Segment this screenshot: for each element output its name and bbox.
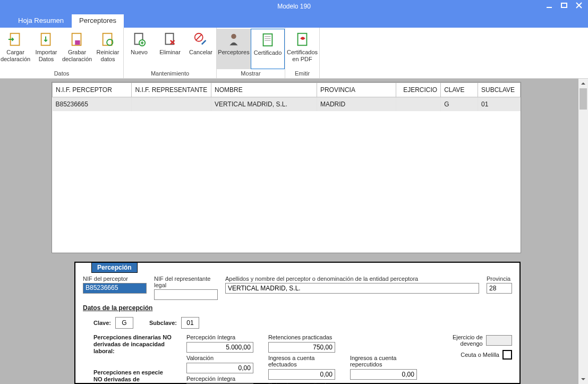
ribbon-group-emitir: Certificados en PDF Emitir (285, 28, 320, 78)
document-arrow-icon (38, 31, 55, 48)
cell-nifr (132, 97, 211, 112)
col-subclave[interactable]: SUBCLAVE (478, 83, 520, 97)
tab-perceptores[interactable]: Perceptores (71, 14, 124, 28)
scroll-up-button[interactable] (578, 79, 588, 88)
grabar-declaracion-button[interactable]: Grabar declaración (62, 29, 92, 69)
provincia-field[interactable] (487, 283, 512, 294)
work-area: N.I.F. PERCEPTOR N.I.F. REPRESENTANTE NO… (0, 79, 588, 384)
svg-line-14 (196, 35, 202, 40)
document-new-icon (131, 31, 148, 48)
cell-subclave: 01 (478, 97, 520, 112)
perceptores-grid[interactable]: N.I.F. PERCEPTOR N.I.F. REPRESENTANTE NO… (52, 82, 521, 253)
window-title: Modelo 190 (277, 3, 311, 10)
reiniciar-datos-button[interactable]: Reiniciar datos (92, 29, 123, 69)
label-percep-especie-no: Percepciones en especie NO derivadas de … (93, 369, 172, 384)
label-percepcion-integra: Percepción íntegra (186, 334, 253, 340)
col-nif-representante[interactable]: N.I.F. REPRESENTANTE (132, 83, 211, 97)
label-nif-perceptor: NIF del perceptor (83, 276, 147, 282)
eliminar-button[interactable]: Eliminar (155, 29, 185, 69)
document-delete-icon (161, 31, 178, 48)
cell-provincia: MADRID (317, 97, 396, 112)
svg-point-15 (231, 34, 236, 39)
ingresos-repercutidos-field[interactable] (350, 369, 417, 380)
svg-rect-1 (561, 3, 567, 7)
col-provincia[interactable]: PROVINCIA (317, 83, 396, 97)
nombre-field[interactable] (225, 283, 479, 294)
label-subclave: Subclave: (149, 320, 177, 326)
main-tabs: Hoja Resumen Perceptores (0, 13, 588, 28)
ribbon-group-mostrar: Perceptores Certificado Mostrar (217, 28, 285, 78)
label-percepcion-integra-2: Percepción íntegra (186, 375, 253, 382)
label-ingresos-repercutidos: Ingresos a cuenta repercutidos (350, 355, 417, 368)
close-button[interactable] (572, 0, 586, 11)
cancelar-button[interactable]: Cancelar (185, 29, 216, 69)
cargar-declaracion-button[interactable]: Cargar declaración (0, 29, 31, 69)
ingresos-efectuados-field[interactable] (268, 369, 335, 380)
table-header-row: N.I.F. PERCEPTOR N.I.F. REPRESENTANTE NO… (53, 83, 521, 97)
ribbon: Cargar declaración Importar Datos Grabar… (0, 28, 588, 79)
person-icon (225, 31, 242, 48)
document-save-icon (69, 31, 86, 48)
document-refresh-icon (99, 31, 116, 48)
datos-percepcion-heading: Datos de la percepción (83, 304, 512, 312)
nif-perceptor-field[interactable]: B85236665 (83, 283, 147, 294)
vertical-scrollbar[interactable] (578, 79, 588, 384)
document-import-icon (7, 31, 24, 48)
scrollbar-thumb[interactable] (580, 88, 587, 110)
certificados-pdf-button[interactable]: Certificados en PDF (285, 29, 319, 69)
nif-representante-field[interactable] (154, 289, 218, 300)
col-ejercicio[interactable]: EJERCICIO (396, 83, 441, 97)
certificate-pdf-icon (294, 31, 311, 48)
nuevo-button[interactable]: Nuevo (124, 29, 155, 69)
cell-ejercicio (396, 97, 441, 112)
perceptores-view-button[interactable]: Perceptores (217, 29, 251, 69)
label-retenciones-2: Retenciones practicadas (268, 382, 335, 384)
certificado-view-button[interactable]: Certificado (251, 29, 285, 69)
ribbon-group-datos: Cargar declaración Importar Datos Grabar… (0, 28, 124, 78)
percepcion-form: Percepción NIF del perceptor B85236665 N… (74, 262, 521, 384)
cell-clave: G (441, 97, 478, 112)
percepcion-integra-1-field[interactable] (186, 342, 253, 353)
label-nombre: Apellidos y nombre del perceptor o denom… (225, 276, 479, 282)
label-ceuta-melilla: Ceuta o Melilla (461, 352, 499, 358)
ribbon-group-label: Datos (0, 69, 123, 78)
label-valoracion: Valoración (186, 355, 253, 361)
section-title: Percepción (91, 262, 138, 273)
scroll-down-button[interactable] (578, 374, 588, 384)
subclave-field[interactable] (181, 317, 199, 329)
minimize-button[interactable] (542, 0, 556, 11)
cell-nif: B85236665 (53, 97, 132, 112)
col-clave[interactable]: CLAVE (441, 83, 478, 97)
table-row[interactable]: B85236665 VERTICAL MADRID, S.L. MADRID G… (53, 97, 521, 112)
svg-rect-16 (263, 34, 272, 46)
label-ejercicio-devengo: Ejercicio de devengo (441, 334, 483, 347)
clave-field[interactable] (115, 317, 133, 329)
ribbon-group-label: Emitir (285, 69, 319, 78)
col-nif-perceptor[interactable]: N.I.F. PERCEPTOR (53, 83, 132, 97)
window-controls (542, 0, 586, 11)
label-clave: Clave: (93, 320, 111, 326)
ribbon-group-label: Mantenimiento (124, 69, 216, 78)
ejercicio-devengo-field[interactable] (486, 335, 512, 346)
cell-nombre: VERTICAL MADRID, S.L. (211, 97, 317, 112)
label-retenciones: Retenciones practicadas (268, 334, 335, 340)
importar-datos-button[interactable]: Importar Datos (31, 29, 62, 69)
label-percep-dinerarias-no: Percepciones dinerarias NO derivadas de … (93, 334, 172, 355)
certificate-icon (259, 31, 276, 48)
ribbon-group-label: Mostrar (217, 69, 285, 78)
tab-hoja-resumen[interactable]: Hoja Resumen (11, 14, 71, 28)
cancel-edit-icon (192, 31, 209, 48)
maximize-button[interactable] (557, 0, 571, 11)
label-provincia: Provincia (487, 276, 512, 282)
valoracion-field[interactable] (186, 363, 253, 373)
col-nombre[interactable]: NOMBRE (211, 83, 317, 97)
ceuta-melilla-checkbox[interactable] (502, 350, 512, 360)
svg-rect-7 (75, 40, 80, 45)
ribbon-group-mantenimiento: Nuevo Eliminar Cancelar Mantenimiento (124, 28, 217, 78)
title-bar: Modelo 190 (0, 0, 588, 13)
content-area: N.I.F. PERCEPTOR N.I.F. REPRESENTANTE NO… (52, 79, 578, 384)
label-nif-representante: NIF del representante legal (154, 276, 218, 288)
label-ingresos-efectuados: Ingresos a cuenta efectuados (268, 355, 335, 368)
retenciones-1-field[interactable] (268, 342, 335, 353)
